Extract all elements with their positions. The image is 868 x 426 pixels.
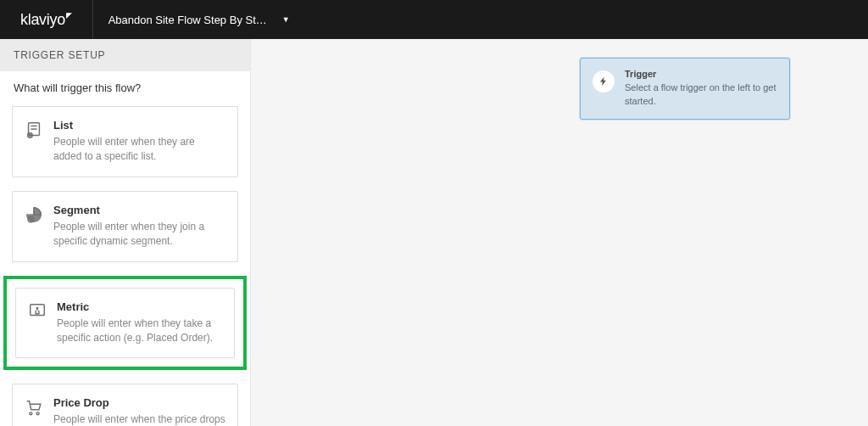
metric-icon — [28, 302, 47, 321]
sidebar-scroll[interactable]: What will trigger this flow? List People… — [0, 71, 250, 426]
trigger-title: Price Drop — [53, 396, 225, 409]
sidebar: TRIGGER SETUP What will trigger this flo… — [0, 39, 251, 426]
list-icon — [25, 121, 43, 139]
trigger-option-metric[interactable]: Metric People will enter when they take … — [15, 288, 235, 359]
main-area: TRIGGER SETUP What will trigger this flo… — [0, 39, 868, 426]
trigger-desc: People will enter when they take a speci… — [57, 317, 222, 346]
trigger-desc: People will enter when they join a speci… — [53, 220, 225, 249]
segment-icon — [25, 205, 43, 224]
trigger-desc: People will enter when the price drops o… — [53, 412, 225, 426]
logo-text: klaviyo◤ — [20, 11, 72, 29]
top-bar: klaviyo◤ Abandon Site Flow Step By St… ▼ — [0, 0, 868, 39]
node-text: Trigger Select a flow trigger on the lef… — [625, 69, 777, 109]
flow-canvas[interactable]: Trigger Select a flow trigger on the lef… — [251, 39, 868, 426]
trigger-question: What will trigger this flow? — [14, 81, 238, 94]
caret-down-icon: ▼ — [282, 15, 290, 24]
logo[interactable]: klaviyo◤ — [0, 0, 93, 39]
trigger-title: Segment — [53, 204, 225, 216]
trigger-option-list[interactable]: List People will enter when they are add… — [12, 106, 238, 177]
price-drop-icon — [25, 398, 43, 417]
flow-selector-dropdown[interactable]: Abandon Site Flow Step By St… ▼ — [93, 0, 305, 39]
trigger-title: Metric — [57, 300, 222, 313]
svg-point-6 — [30, 218, 31, 220]
sidebar-header: TRIGGER SETUP — [0, 39, 250, 71]
trigger-desc: People will enter when they are added to… — [53, 135, 225, 165]
highlighted-trigger-wrap: Metric People will enter when they take … — [3, 276, 247, 371]
trigger-title: List — [53, 119, 225, 132]
svg-point-4 — [30, 135, 31, 137]
trigger-text: Segment People will enter when they join… — [53, 204, 225, 249]
svg-point-9 — [30, 412, 32, 415]
trigger-option-price-drop[interactable]: Price Drop People will enter when the pr… — [12, 384, 238, 426]
svg-point-10 — [36, 412, 39, 415]
flow-title: Abandon Site Flow Step By St… — [108, 14, 267, 26]
node-desc: Select a flow trigger on the left to get… — [625, 81, 777, 109]
trigger-text: Price Drop People will enter when the pr… — [53, 396, 225, 426]
trigger-text: Metric People will enter when they take … — [57, 300, 222, 346]
svg-point-8 — [36, 307, 37, 308]
trigger-node[interactable]: Trigger Select a flow trigger on the lef… — [580, 58, 790, 120]
trigger-option-segment[interactable]: Segment People will enter when they join… — [12, 191, 238, 262]
lightning-icon — [593, 70, 615, 92]
trigger-text: List People will enter when they are add… — [53, 119, 225, 165]
node-title: Trigger — [625, 69, 777, 79]
